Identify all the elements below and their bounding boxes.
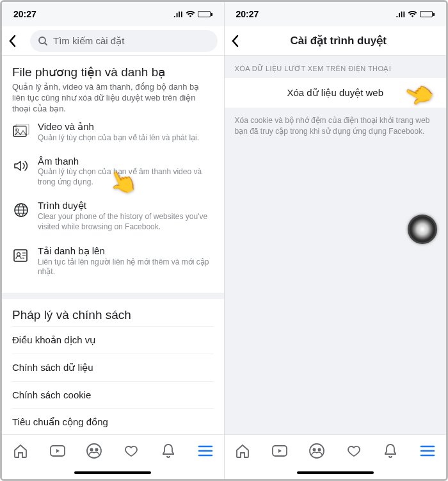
section-label: XÓA DỮ LIỆU LƯỚT XEM TRÊN ĐIỆN THOẠI bbox=[225, 56, 447, 78]
item-audio[interactable]: Âm thanh Quản lý tùy chọn của bạn về âm … bbox=[12, 149, 214, 193]
item-browser[interactable]: Trình duyệt Clear your phone of the hist… bbox=[12, 193, 214, 238]
svg-point-10 bbox=[90, 448, 93, 451]
section-title: File phương tiện và danh bạ bbox=[12, 65, 214, 79]
info-text: Xóa cookie và bộ nhớ đệm của điện thoại … bbox=[225, 108, 447, 145]
status-bar: 20:27 .ıll bbox=[2, 2, 224, 26]
svg-point-7 bbox=[17, 252, 20, 256]
battery-icon bbox=[198, 11, 212, 17]
content-scroll[interactable]: File phương tiện và danh bạ Quản lý ảnh,… bbox=[2, 56, 224, 434]
clear-browsing-data[interactable]: Xóa dữ liệu duyệt web 👆 bbox=[225, 78, 447, 108]
item-contacts[interactable]: Tải danh bạ lên Liên tục tải lên người l… bbox=[12, 239, 214, 284]
contact-icon bbox=[12, 247, 30, 265]
item-desc: Liên tục tải lên người liên hệ mới thêm … bbox=[38, 257, 214, 277]
status-time: 20:27 bbox=[236, 9, 259, 19]
tab-menu[interactable] bbox=[197, 443, 214, 459]
search-icon bbox=[38, 36, 48, 46]
tab-home[interactable] bbox=[234, 443, 251, 459]
globe-icon bbox=[12, 201, 30, 219]
section-desc: Quản lý ảnh, video và âm thanh, đồng bộ … bbox=[12, 82, 214, 115]
legal-data-policy[interactable]: Chính sách dữ liệu bbox=[12, 354, 214, 381]
header: Tìm kiếm cài đặt bbox=[2, 26, 224, 56]
legal-title: Pháp lý và chính sách bbox=[12, 308, 214, 322]
item-title: Tải danh bạ lên bbox=[38, 245, 214, 257]
tab-dating[interactable] bbox=[123, 443, 140, 459]
tab-dating[interactable] bbox=[346, 443, 362, 459]
wifi-icon bbox=[186, 11, 195, 18]
svg-rect-3 bbox=[16, 124, 29, 135]
tab-home[interactable] bbox=[12, 443, 29, 459]
action-label: Xóa dữ liệu duyệt web bbox=[287, 87, 383, 99]
content-scroll[interactable]: XÓA DỮ LIỆU LƯỚT XEM TRÊN ĐIỆN THOẠI Xóa… bbox=[225, 56, 447, 434]
photo-icon bbox=[12, 122, 30, 140]
tabbar bbox=[225, 434, 447, 466]
status-bar: 20:27 .ıll bbox=[225, 2, 447, 26]
svg-point-14 bbox=[312, 448, 316, 451]
browser-settings-panel: 20:27 .ıll Cài đặt trình duyệt XÓA DỮ LI… bbox=[225, 2, 447, 479]
battery-icon bbox=[420, 11, 435, 17]
search-placeholder: Tìm kiếm cài đặt bbox=[53, 35, 124, 47]
search-input[interactable]: Tìm kiếm cài đặt bbox=[30, 30, 218, 52]
header: Cài đặt trình duyệt bbox=[225, 26, 447, 56]
item-title: Trình duyệt bbox=[38, 200, 214, 211]
hand-pointer-icon: 👆 bbox=[400, 75, 438, 113]
status-time: 20:27 bbox=[13, 9, 36, 19]
item-desc: Clear your phone of the history of websi… bbox=[38, 212, 214, 232]
item-video-photo[interactable]: Video và ảnh Quản lý tùy chọn của bạn về… bbox=[12, 115, 214, 150]
tab-watch[interactable] bbox=[49, 443, 66, 459]
signal-icon: .ıll bbox=[396, 10, 405, 19]
wifi-icon bbox=[408, 11, 417, 18]
svg-point-15 bbox=[317, 448, 321, 451]
legal-cookies[interactable]: Chính sách cookie bbox=[12, 381, 214, 408]
tab-groups[interactable] bbox=[308, 443, 325, 459]
header-title: Cài đặt trình duyệt bbox=[253, 34, 425, 47]
tab-notifications[interactable] bbox=[160, 443, 177, 459]
tabbar bbox=[2, 434, 224, 466]
back-button[interactable] bbox=[231, 35, 246, 47]
tab-menu[interactable] bbox=[419, 443, 436, 459]
status-indicators: .ıll bbox=[173, 10, 212, 19]
home-indicator bbox=[225, 466, 447, 479]
item-desc: Quản lý tùy chọn của bạn về tải lên và p… bbox=[38, 133, 214, 143]
svg-point-13 bbox=[310, 444, 324, 458]
status-indicators: .ıll bbox=[396, 10, 435, 19]
signal-icon: .ıll bbox=[173, 10, 182, 19]
assistive-touch[interactable] bbox=[408, 215, 437, 244]
back-button[interactable] bbox=[8, 35, 24, 47]
svg-point-11 bbox=[95, 448, 99, 451]
legal-tos[interactable]: Điều khoản dịch vụ bbox=[12, 326, 214, 354]
legal-section: Pháp lý và chính sách Điều khoản dịch vụ… bbox=[2, 299, 224, 434]
media-section: File phương tiện và danh bạ Quản lý ảnh,… bbox=[2, 56, 224, 293]
tab-groups[interactable] bbox=[86, 443, 102, 459]
settings-panel: 20:27 .ıll Tìm kiếm cài đặt Fil bbox=[2, 2, 225, 479]
item-title: Video và ảnh bbox=[38, 121, 214, 133]
tab-notifications[interactable] bbox=[382, 443, 399, 459]
svg-point-9 bbox=[87, 444, 101, 458]
speaker-icon bbox=[12, 157, 30, 175]
legal-community[interactable]: Tiêu chuẩn cộng đồng bbox=[12, 408, 214, 434]
tab-watch[interactable] bbox=[271, 443, 288, 459]
home-indicator bbox=[2, 466, 224, 479]
